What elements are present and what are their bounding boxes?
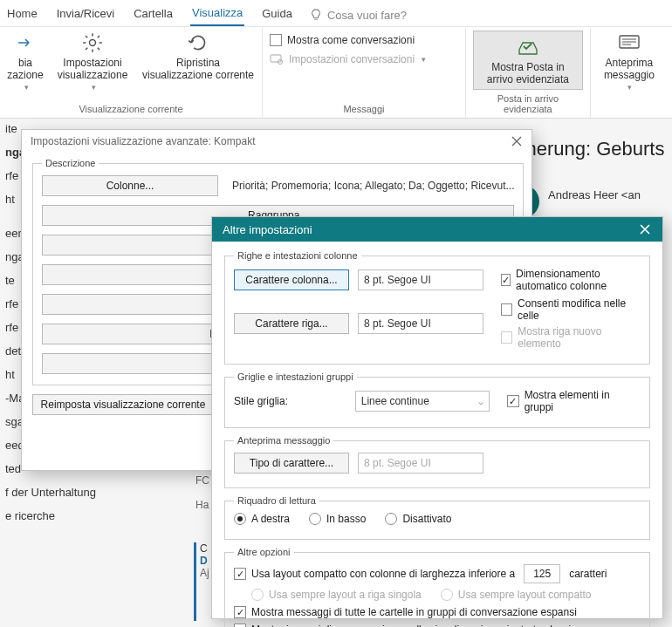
sender-name: Andreas Heer <an [548,188,641,201]
always-single-line-radio: Usa sempre layout a riga singola [251,589,422,601]
tab-view[interactable]: Visualizza [190,4,244,26]
row-font-value[interactable]: 8 pt. Segoe UI [358,313,483,334]
message-preview-button[interactable]: Anteprima messaggio ▾ [598,31,661,92]
nav-item[interactable]: e ricerche [0,504,194,528]
view-settings-button[interactable]: Impostazioni visualizzazione ▾ [52,31,133,92]
compact-layout-checkbox[interactable]: Usa layout compatto con colonne di largh… [234,568,515,580]
nav-item[interactable]: f der Unterhaltung [0,480,194,504]
group-messages: Mostra come conversazioni Impostazioni c… [263,27,466,118]
ribbon-body: bia zazione ▾ Impostazioni visualizzazio… [0,27,672,119]
lightbulb-icon [310,9,322,21]
change-view-button[interactable]: bia zazione ▾ [7,31,44,92]
preview-font-value: 8 pt. Segoe UI [358,453,483,474]
change-view-label: bia zazione [7,57,43,81]
inbox-check-icon [516,35,540,59]
group-current-view-label: Visualizzazione corrente [7,104,255,116]
close-button[interactable] [511,135,523,147]
reset-view-label: Ripristina visualizzazione corrente [142,57,254,81]
fieldset-legend: Anteprima messaggio [234,435,333,446]
compact-width-input[interactable]: 125 [524,564,560,583]
group-focused-label: Posta in arrivo evidenziata [473,93,583,116]
other-settings-dialog: Altre impostazioni Righe e intestazioni … [211,216,663,619]
classic-indent-checkbox[interactable]: Mostra i gruppi di conversazione nella v… [234,624,582,627]
reading-pane-off-radio[interactable]: Disattivato [385,513,451,525]
preview-font-button[interactable]: Tipo di carattere... [234,453,349,474]
tell-me[interactable]: Cosa vuoi fare? [310,9,407,22]
tab-send-receive[interactable]: Invia/Ricevi [55,5,116,25]
svg-point-0 [90,40,96,46]
chevron-down-icon: ▾ [92,83,96,92]
column-font-value[interactable]: 8 pt. Segoe UI [358,269,483,290]
close-icon [511,136,522,147]
message-preview-fieldset: Anteprima messaggio Tipo di carattere...… [224,435,650,488]
chevron-down-icon: ▾ [627,83,632,92]
dialog-title: Altre impostazioni [223,223,312,236]
close-icon [640,224,650,235]
checkbox-icon [270,34,282,46]
grid-style-label: Stile griglia: [234,395,346,407]
grid-style-select[interactable]: Linee continue ⌵ [355,391,490,412]
message-preview-label: Anteprima messaggio [604,57,655,81]
fieldset-legend: Altre opzioni [234,547,294,557]
row-font-button[interactable]: Carattere riga... [234,313,349,334]
tab-help[interactable]: Guida [260,5,294,25]
group-preview: Anteprima messaggio ▾ [591,27,672,118]
svg-rect-1 [271,55,281,62]
fieldset-legend: Righe e intestazioni colonne [234,250,361,261]
conversation-settings-label: Impostazioni conversazioni [289,53,415,65]
auto-size-columns-checkbox[interactable]: Dimensionamento automatico colonne [501,268,641,292]
conversation-settings-button: Impostazioni conversazioni ▾ [270,53,458,65]
group-focused-inbox: Mostra Posta in arrivo evidenziata Posta… [466,27,591,118]
show-new-item-row-checkbox: Mostra riga nuovo elemento [501,325,641,350]
columns-button[interactable]: Colonne... [42,175,218,196]
preview-icon [617,31,641,55]
other-options-fieldset: Altre opzioni Usa layout compatto con co… [224,547,650,627]
conversation-settings-icon [270,53,284,65]
rows-and-column-headers-fieldset: Righe e intestazioni colonne Carattere c… [224,250,650,365]
focused-inbox-label: Mostra Posta in arrivo evidenziata [487,61,569,85]
show-as-conversations-label: Mostra come conversazioni [287,34,415,46]
tell-me-label: Cosa vuoi fare? [327,9,407,22]
tab-folder[interactable]: Cartella [132,5,175,25]
group-current-view: bia zazione ▾ Impostazioni visualizzazio… [0,27,263,118]
show-all-folders-checkbox[interactable]: Mostra messaggi di tutte le cartelle in … [234,606,577,618]
reading-pane-bottom-radio[interactable]: In basso [309,513,366,525]
tab-home[interactable]: Home [5,5,39,25]
chevron-down-icon: ▾ [24,83,29,92]
reset-view-button[interactable]: Ripristina visualizzazione corrente [141,31,255,81]
show-as-conversations-checkbox[interactable]: Mostra come conversazioni [270,34,458,46]
group-preview-label [598,114,665,116]
list-peek: FC Ha [195,474,209,511]
chevron-down-icon: ▾ [422,55,426,64]
ribbon-tabs: Home Invia/Ricevi Cartella Visualizza Gu… [0,0,672,27]
arrow-right-icon [17,31,34,55]
group-messages-label: Messaggi [270,104,458,116]
focused-inbox-toggle[interactable]: Mostra Posta in arrivo evidenziata [473,31,583,90]
fieldset-legend: Griglie e intestazioni gruppi [234,371,357,382]
fieldset-legend: Descrizione [42,158,99,168]
view-settings-label: Impostazioni visualizzazione [58,57,128,81]
dialog-titlebar: Altre impostazioni [212,217,662,242]
chevron-down-icon: ⌵ [478,397,483,406]
compact-suffix-label: caratteri [569,568,607,580]
reading-pane-right-radio[interactable]: A destra [234,513,290,525]
reading-pane-fieldset: Riquadro di lettura A destra In basso Di… [224,495,650,540]
fieldset-legend: Riquadro di lettura [234,495,319,506]
show-items-in-groups-checkbox[interactable]: Mostra elementi in gruppi [507,389,641,413]
columns-summary: Priorità; Promemoria; Icona; Allegato; D… [232,180,514,192]
column-font-button[interactable]: Carattere colonna... [234,269,349,290]
gear-icon [80,31,105,55]
undo-icon [186,31,210,55]
dialog-titlebar: Impostazioni visualizzazione avanzate: K… [22,130,531,153]
close-button[interactable] [638,222,652,236]
reset-current-view-button[interactable]: Reimposta visualizzazione corrente [32,394,214,415]
allow-cell-edit-checkbox[interactable]: Consenti modifica nelle celle [501,297,641,322]
always-compact-radio: Usa sempre layout compatto [441,589,592,601]
dialog-title: Impostazioni visualizzazione avanzate: K… [31,135,255,147]
grids-and-group-headers-fieldset: Griglie e intestazioni gruppi Stile grig… [224,371,650,428]
